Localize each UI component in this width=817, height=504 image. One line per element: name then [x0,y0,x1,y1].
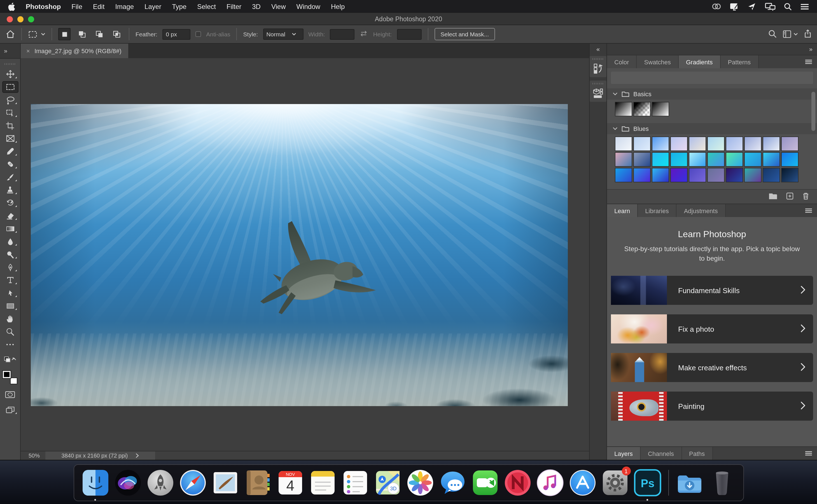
path-selection-tool[interactable] [2,287,18,299]
document-info[interactable]: 3840 px x 2160 px (72 ppi) [45,451,155,460]
learn-item-fix-a-photo[interactable]: Fix a photo [611,314,813,343]
menu-type[interactable]: Type [172,3,186,10]
gradient-swatch[interactable] [670,168,688,182]
brush-tool[interactable] [2,171,18,183]
dock-reminders-icon[interactable] [341,468,370,497]
style-select[interactable]: Normal [263,29,303,40]
blur-tool[interactable] [2,235,18,247]
tab-swatches[interactable]: Swatches [637,55,679,68]
gradient-swatch[interactable] [652,168,669,182]
gradient-swatch[interactable] [744,152,762,167]
feather-input[interactable]: 0 px [162,29,190,39]
tab-gradients[interactable]: Gradients [679,55,720,68]
gradient-group-blues[interactable]: Blues [607,123,817,134]
selection-subtract-button[interactable] [93,28,105,40]
expand-panels-button[interactable]: » [607,44,817,55]
dock-downloads-icon[interactable] [675,468,704,497]
close-window-button[interactable] [7,16,13,22]
gradient-swatch[interactable] [615,152,632,167]
tab-paths[interactable]: Paths [682,447,713,460]
gradient-swatch[interactable] [707,168,725,182]
crop-tool[interactable] [2,120,18,131]
tab-patterns[interactable]: Patterns [720,55,759,68]
share-icon[interactable] [804,29,811,39]
quick-mask-button[interactable] [2,389,18,401]
dock-notes-icon[interactable] [308,468,337,497]
dock-maps-icon[interactable]: 3D [373,468,402,497]
dock-calendar-icon[interactable]: NOV4 [276,468,305,497]
dock-launchpad-icon[interactable] [145,468,175,497]
gradient-swatch[interactable] [652,136,669,151]
frame-tool[interactable] [2,133,18,144]
gradient-swatch[interactable] [781,168,799,182]
dock-safari-icon[interactable] [178,468,207,497]
close-tab-icon[interactable]: × [26,48,30,54]
foreground-color-chip[interactable] [3,371,11,378]
dock-news-icon[interactable] [503,468,532,497]
dock-messages-icon[interactable] [438,468,467,497]
tab-learn[interactable]: Learn [607,204,638,217]
workspace-icon[interactable] [783,30,798,38]
search-icon[interactable] [768,29,777,39]
gradient-swatch[interactable] [615,168,632,182]
menu-edit[interactable]: Edit [93,3,104,10]
learn-item-painting[interactable]: Painting [611,392,813,421]
dock-music-icon[interactable] [535,468,564,497]
gradient-swatch[interactable] [615,136,632,151]
learn-item-make-creative-effects[interactable]: Make creative effects [611,353,813,382]
gradient-swatch[interactable] [707,136,725,151]
toolbar-grip[interactable] [4,63,16,65]
spotlight-icon[interactable] [784,3,792,10]
gradient-swatch[interactable] [744,136,762,151]
selection-new-button[interactable] [58,28,70,40]
panel-menu-icon[interactable] [805,204,817,217]
gradient-swatch[interactable] [670,152,688,167]
menu-filter[interactable]: Filter [227,3,241,10]
gradient-swatch[interactable] [726,136,743,151]
zoom-tool[interactable] [2,326,18,337]
menu-image[interactable]: Image [115,3,134,10]
dock-siri-icon[interactable] [113,468,142,497]
dock-photos-icon[interactable] [405,468,435,497]
minimize-window-button[interactable] [17,16,23,22]
displays-icon[interactable] [765,3,776,10]
gradient-swatch[interactable] [689,136,706,151]
menu-view[interactable]: View [271,3,286,10]
menu-select[interactable]: Select [197,3,216,10]
height-input[interactable] [397,29,421,39]
toolbar-ellipsis[interactable] [2,338,18,350]
menu-help[interactable]: Help [331,3,345,10]
screen-mode-button[interactable] [2,404,18,416]
gradient-swatch[interactable] [707,152,725,167]
sidecar-display-icon[interactable] [730,3,739,10]
gradient-swatch[interactable] [652,102,669,116]
3d-panel-collapsed[interactable] [590,81,606,102]
lasso-tool[interactable] [2,94,18,106]
dock-mail-icon[interactable] [211,468,240,497]
creative-cloud-icon[interactable] [712,3,721,10]
tab-adjustments[interactable]: Adjustments [677,204,726,217]
gradient-swatch[interactable] [615,102,632,116]
dock-facetime-icon[interactable] [470,468,499,497]
gradient-swatch[interactable] [670,136,688,151]
tab-libraries[interactable]: Libraries [638,204,677,217]
gradient-swatch[interactable] [781,136,799,151]
swap-dimensions-icon[interactable] [360,30,368,38]
background-color-chip[interactable] [10,378,17,384]
tab-color[interactable]: Color [607,55,637,68]
dock-finder-icon[interactable] [81,468,110,497]
tool-preset-marquee-icon[interactable] [28,27,45,41]
gradient-swatch[interactable] [726,152,743,167]
menu-photoshop[interactable]: Photoshop [26,3,61,10]
panel-menu-icon[interactable] [805,447,817,460]
gradient-swatch[interactable] [763,136,780,151]
new-group-icon[interactable] [769,192,777,202]
gradient-swatch[interactable] [744,168,762,182]
eraser-tool[interactable] [2,210,18,222]
gradient-swatch[interactable] [633,136,651,151]
gradient-swatch[interactable] [726,168,743,182]
gradient-swatch[interactable] [781,152,799,167]
notification-list-icon[interactable] [800,3,809,10]
menu-window[interactable]: Window [297,3,320,10]
gradient-swatch[interactable] [763,152,780,167]
